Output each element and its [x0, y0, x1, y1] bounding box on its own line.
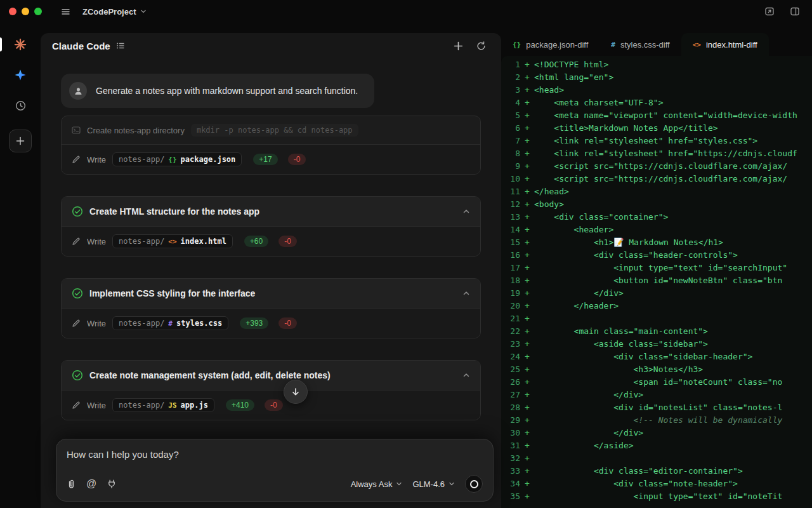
lines-added-badge: +17: [253, 154, 277, 165]
write-label: Write: [87, 155, 106, 164]
permission-mode-value: Always Ask: [351, 479, 393, 489]
mention-icon[interactable]: @: [86, 478, 96, 490]
record-ring-icon: [470, 480, 478, 488]
new-chat-button[interactable]: [449, 37, 467, 55]
diff-line: 28+ <div id="notesList" class="notes-l: [501, 401, 812, 414]
task-title: Implement CSS styling for the interface: [89, 288, 456, 298]
diff-line: 17+ <input type="text" id="searchInput": [501, 262, 812, 274]
file-dir: notes-app/: [119, 319, 164, 328]
lines-removed-badge: -0: [265, 399, 283, 411]
diff-code-lines[interactable]: 1+<!DOCTYPE html>2+<html lang="en">3+<he…: [501, 56, 812, 508]
diff-line: 35+ <input type="text" id="noteTit: [501, 490, 812, 503]
project-name: ZCodeProject: [82, 7, 136, 17]
diff-line: 24+ <div class="sidebar-header">: [501, 351, 812, 363]
tab-package-json-diff[interactable]: {} package.json-diff: [501, 33, 599, 56]
diff-line: 20+ </header>: [501, 300, 812, 312]
diff-line: 4+ <meta charset="UTF-8">: [501, 97, 812, 109]
diff-line: 15+ <h1>📝 Markdown Notes</h1>: [501, 236, 812, 249]
diff-line: 13+ <div class="container">: [501, 211, 812, 224]
diff-line: 7+ <link rel="stylesheet" href="styles.c…: [501, 135, 812, 147]
chevron-down-icon: [396, 481, 402, 487]
model-value: GLM-4.6: [412, 479, 445, 489]
task-header[interactable]: Implement CSS styling for the interface: [62, 279, 480, 308]
file-chip[interactable]: notes-app/ {} package.json: [112, 152, 242, 166]
new-session-button[interactable]: [9, 130, 32, 152]
claude-assistant-icon[interactable]: [9, 33, 32, 56]
file-name: package.json: [181, 155, 236, 164]
write-row: Write notes-app/ # styles.css +393 -0: [62, 308, 480, 338]
user-message: Generate a notes app with markdown suppo…: [61, 74, 374, 108]
task-header[interactable]: Create HTML structure for the notes app: [62, 197, 480, 226]
command-chip: mkdir -p notes-app && cd notes-app: [191, 124, 358, 137]
chevron-down-icon: [140, 8, 147, 15]
open-window-icon[interactable]: [761, 3, 778, 20]
active-indicator: [0, 37, 2, 51]
diff-line: 11+</head>: [501, 185, 812, 198]
chevron-down-icon: [449, 481, 455, 487]
project-switcher[interactable]: ZCodeProject: [82, 7, 147, 17]
chevron-up-icon[interactable]: [462, 371, 470, 379]
permission-mode-select[interactable]: Always Ask: [351, 479, 403, 489]
json-file-icon: {}: [513, 41, 521, 49]
chat-input[interactable]: How can I help you today?: [67, 449, 483, 460]
chat-title: Claude Code: [52, 41, 110, 51]
user-avatar: [69, 82, 87, 100]
tab-styles-css-diff[interactable]: # styles.css-diff: [599, 33, 681, 56]
lines-added-badge: +393: [240, 318, 268, 329]
html-file-icon: <>: [693, 41, 701, 49]
diff-line: 5+ <meta name="viewport" content="width=…: [501, 109, 812, 122]
css-file-icon: #: [611, 41, 615, 49]
user-message-text: Generate a notes app with markdown suppo…: [96, 86, 358, 96]
tab-index-html-diff[interactable]: <> index.html-diff: [681, 33, 769, 56]
diff-line: 31+ </aside>: [501, 439, 812, 452]
task-card: Create note management system (add, edit…: [61, 360, 481, 420]
lines-removed-badge: -0: [278, 236, 297, 247]
composer: How can I help you today? @ Always Ask: [56, 439, 494, 502]
voice-record-button[interactable]: [465, 475, 483, 493]
file-chip[interactable]: notes-app/ # styles.css: [112, 316, 228, 330]
file-chip[interactable]: notes-app/ <> index.html: [112, 234, 233, 248]
write-label: Write: [87, 401, 106, 410]
write-row: Write notes-app/ JS app.js +410 -0: [62, 390, 480, 420]
task-title: Create HTML structure for the notes app: [89, 206, 456, 217]
toggle-right-panel-icon[interactable]: [787, 3, 803, 20]
model-select[interactable]: GLM-4.6: [412, 479, 455, 489]
close-window-icon[interactable]: [9, 8, 16, 15]
chevron-up-icon[interactable]: [462, 208, 470, 215]
diff-line: 10+ <script src="https://cdnjs.cloudflar…: [501, 173, 812, 185]
diff-line: 32+: [501, 452, 812, 465]
file-name: styles.css: [176, 319, 222, 328]
diff-line: 16+ <div class="header-controls">: [501, 249, 812, 262]
restore-checkpoint-icon[interactable]: [472, 37, 490, 55]
task-card: Create notes-app directory mkdir -p note…: [61, 116, 481, 175]
diff-line: 14+ <header>: [501, 224, 812, 236]
file-chip[interactable]: notes-app/ JS app.js: [112, 398, 214, 412]
check-circle-icon: [72, 370, 83, 381]
diff-line: 9+ <script src="https://cdnjs.cloudflare…: [501, 160, 812, 173]
sparkle-assistant-icon[interactable]: [9, 64, 32, 86]
chevron-up-icon[interactable]: [462, 290, 470, 297]
minimize-window-icon[interactable]: [22, 8, 29, 15]
attach-file-icon[interactable]: [67, 479, 76, 489]
hamburger-menu-icon[interactable]: [57, 3, 74, 20]
scroll-to-bottom-button[interactable]: [284, 380, 308, 404]
task-header[interactable]: Create notes-app directory mkdir -p note…: [62, 116, 480, 144]
diff-line: 18+ <button id="newNoteBtn" class="btn: [501, 274, 812, 287]
zoom-window-icon[interactable]: [34, 8, 42, 15]
file-dir: notes-app/: [119, 155, 164, 164]
write-row: Write notes-app/ <> index.html +60 -0: [62, 226, 480, 256]
chat-panel: Claude Code Generate a notes app with ma…: [41, 33, 501, 508]
diff-line: 34+ <div class="note-header">: [501, 478, 812, 490]
history-icon[interactable]: [9, 94, 32, 117]
write-label: Write: [87, 237, 106, 246]
diff-line: 25+ <h3>Notes</h3>: [501, 363, 812, 376]
task-header[interactable]: Create note management system (add, edit…: [62, 361, 480, 390]
tab-label: package.json-diff: [526, 40, 588, 50]
pencil-icon: [72, 319, 81, 328]
titlebar: ZCodeProject: [0, 0, 812, 23]
diff-line: 1+<!DOCTYPE html>: [501, 58, 812, 71]
arrow-down-icon: [291, 387, 301, 397]
diff-line: 12+<body>: [501, 198, 812, 211]
task-card: Create HTML structure for the notes app …: [61, 196, 481, 257]
connector-icon[interactable]: [107, 479, 117, 489]
